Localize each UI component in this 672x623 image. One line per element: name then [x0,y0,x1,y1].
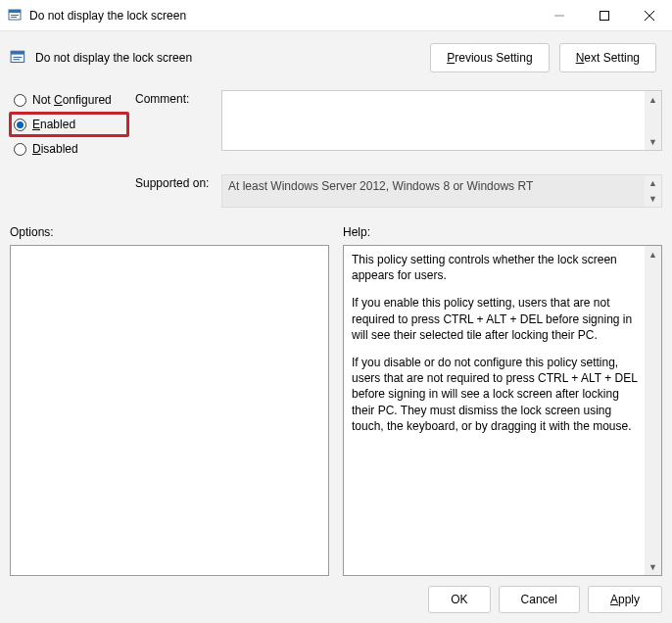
options-label: Options: [10,225,329,239]
next-setting-button[interactable]: Next Setting [559,43,656,72]
help-text: This policy setting controls whether the… [344,246,661,452]
help-paragraph: If you disable or do not configure this … [352,355,640,434]
svg-rect-3 [11,17,17,18]
svg-rect-11 [13,59,20,60]
options-panel: Options: [10,225,329,576]
help-body: This policy setting controls whether the… [343,245,662,576]
help-panel: Help: This policy setting controls wheth… [343,225,662,576]
cancel-button[interactable]: Cancel [499,586,580,613]
header-row: Do not display the lock screen Previous … [10,43,662,72]
apply-button[interactable]: Apply [588,586,662,613]
supported-text: At least Windows Server 2012, Windows 8 … [228,179,533,193]
scroll-up-icon[interactable]: ▲ [645,175,661,191]
btn-label-rest: revious Setting [455,51,532,65]
minimize-button[interactable] [537,0,582,30]
nav-buttons: Previous Setting Next Setting [430,43,656,72]
scroll-down-icon[interactable]: ▼ [645,133,661,150]
options-help-split: Options: Help: This policy setting contr… [10,225,662,576]
scroll-down-icon[interactable]: ▼ [645,191,661,207]
svg-rect-2 [11,15,19,16]
window-buttons [537,0,672,30]
help-paragraph: If you enable this policy setting, users… [352,295,640,343]
btn-label-rest: pply [618,593,640,606]
options-body [10,245,329,576]
radio-icon [14,119,26,131]
scrollbar[interactable]: ▲ ▼ [645,175,661,207]
scroll-up-icon[interactable]: ▲ [645,246,661,263]
state-and-comment-row: Not Configured Enabled Disabled Comment:… [10,90,662,159]
radio-icon [14,143,26,156]
previous-setting-button[interactable]: Previous Setting [430,43,549,72]
content-area: Do not display the lock screen Previous … [0,31,672,623]
close-button[interactable] [627,0,672,30]
supported-row: Supported on: At least Windows Server 20… [10,174,662,208]
radio-icon [14,94,26,107]
svg-rect-9 [11,51,24,54]
window-title: Do not display the lock screen [29,9,537,23]
radio-enabled[interactable]: Enabled [9,112,129,137]
radio-label: Enabled [32,118,75,131]
policy-icon [8,8,24,24]
scrollbar[interactable]: ▲ ▼ [645,246,661,575]
radio-label: Not Configured [32,93,112,107]
svg-rect-1 [9,10,21,13]
scroll-down-icon[interactable]: ▼ [645,558,661,575]
radio-not-configured[interactable]: Not Configured [10,90,135,110]
comment-textarea[interactable]: ▲ ▼ [221,90,662,151]
title-bar: Do not display the lock screen [0,0,672,31]
help-paragraph: This policy setting controls whether the… [352,252,640,283]
btn-label-rest: ext Setting [584,51,640,65]
svg-rect-10 [13,57,22,58]
scrollbar[interactable]: ▲ ▼ [645,91,661,150]
policy-icon [10,49,27,67]
svg-rect-5 [600,11,609,20]
state-radio-group: Not Configured Enabled Disabled [10,90,135,159]
help-label: Help: [343,225,662,239]
ok-button[interactable]: OK [428,586,490,613]
maximize-button[interactable] [582,0,627,30]
comment-label: Comment: [135,90,221,159]
radio-disabled[interactable]: Disabled [10,139,135,159]
scroll-up-icon[interactable]: ▲ [645,91,661,108]
radio-label: Disabled [32,142,78,156]
supported-label: Supported on: [135,174,221,208]
supported-on-box: At least Windows Server 2012, Windows 8 … [221,174,662,208]
footer-buttons: OK Cancel Apply [10,576,662,613]
policy-heading: Do not display the lock screen [35,51,430,65]
